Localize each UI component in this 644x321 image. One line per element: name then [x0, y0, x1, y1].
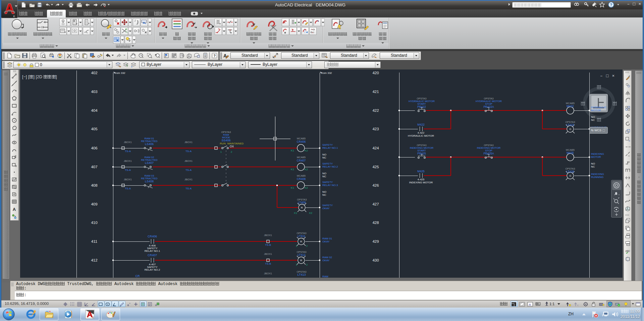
svg-text:ABC: ABC: [626, 250, 630, 252]
svg-text:?: ?: [610, 3, 612, 7]
svg-text:TS-A: TS-A: [125, 187, 131, 190]
svg-text:K2: K2: [305, 168, 308, 171]
svg-text:K2: K2: [305, 186, 308, 189]
svg-text:M425: M425: [567, 151, 574, 154]
svg-text:RAM 02: RAM 02: [322, 256, 332, 259]
svg-text:425: 425: [372, 165, 379, 169]
svg-text:MOTOR: MOTOR: [591, 109, 601, 112]
svg-text:2: 2: [306, 244, 308, 247]
svg-text:4-422: 4-422: [418, 131, 425, 134]
svg-text:1: 1: [296, 244, 298, 247]
svg-text:410: 410: [91, 221, 97, 225]
svg-text:RUNNING: RUNNING: [591, 176, 603, 179]
svg-text:JBOX1: JBOX1: [264, 253, 272, 256]
svg-text:CR406: CR406: [148, 235, 157, 238]
svg-text:JBOX1: JBOX1: [184, 178, 193, 181]
svg-text:RAM: RAM: [322, 275, 328, 278]
svg-text:RELAY NO.1: RELAY NO.1: [145, 249, 160, 253]
svg-text:CR406: CR406: [297, 140, 306, 143]
svg-text:411: 411: [91, 239, 97, 243]
svg-text:LS407: LS407: [145, 161, 154, 165]
svg-text:TS-A: TS-A: [185, 169, 192, 172]
svg-text:SAFETY: SAFETY: [322, 162, 333, 165]
svg-text:RAM 01: RAM 01: [322, 237, 332, 240]
svg-text:403: 403: [91, 90, 97, 94]
svg-text:JBOX1: JBOX1: [124, 178, 132, 181]
svg-text:407: 407: [91, 165, 97, 169]
svg-text:NO: NO: [591, 116, 595, 119]
svg-text:OX: OX: [230, 145, 234, 148]
svg-text:from 332: from 332: [321, 72, 332, 75]
svg-text:CR407: CR407: [148, 254, 157, 257]
svg-text:LT412: LT412: [298, 253, 306, 257]
svg-text:LT423: LT423: [566, 123, 574, 127]
svg-text:428: 428: [372, 221, 379, 225]
svg-text:422: 422: [372, 108, 379, 112]
svg-text:LT409: LT409: [298, 201, 306, 204]
svg-text:MCAB5: MCAB5: [297, 137, 306, 140]
svg-text:PB425: PB425: [417, 152, 426, 155]
svg-text:NC: NC: [591, 119, 595, 122]
svg-text:427: 427: [372, 202, 379, 206]
svg-text:PB422A: PB422A: [483, 105, 494, 108]
svg-text:CR: CR: [136, 274, 140, 278]
svg-text:TS-A: TS-A: [185, 187, 192, 190]
svg-text:JBOX1: JBOX1: [124, 141, 132, 144]
svg-text:M422: M422: [417, 123, 425, 126]
svg-text:SAFETY: SAFETY: [322, 143, 333, 146]
svg-text:PB422: PB422: [417, 105, 426, 108]
svg-text:R: R: [300, 240, 302, 243]
svg-text:E: E: [13, 15, 15, 18]
svg-text:429: 429: [372, 239, 379, 243]
svg-text:SS406: SS406: [221, 139, 230, 142]
svg-text:TS-A: TS-A: [125, 169, 131, 172]
svg-text:JBOX1: JBOX1: [124, 159, 132, 163]
svg-text:MOTOR: MOTOR: [591, 155, 601, 158]
svg-text:LS406: LS406: [145, 142, 154, 146]
svg-text:M425: M425: [417, 170, 425, 173]
svg-text:K1: K1: [291, 149, 294, 152]
svg-text:1: 1: [296, 263, 298, 266]
svg-text:PB425A: PB425A: [483, 152, 494, 155]
svg-text:2: 2: [306, 263, 308, 266]
svg-text:SAFETY: SAFETY: [322, 204, 333, 207]
svg-text:A: A: [13, 207, 16, 212]
svg-text:K2: K2: [305, 149, 308, 152]
svg-text:424: 424: [372, 146, 379, 150]
svg-text:K1: K1: [291, 186, 294, 189]
svg-text:406: 406: [91, 146, 97, 150]
svg-text:420: 420: [372, 71, 379, 75]
svg-text:G: G: [569, 128, 571, 131]
svg-text:M422: M422: [567, 104, 574, 108]
svg-text:430: 430: [372, 258, 379, 262]
svg-text:SAFETY: SAFETY: [322, 181, 333, 184]
svg-text:JBOX1: JBOX1: [264, 272, 272, 275]
svg-text:G: G: [569, 174, 571, 177]
svg-text:JBOX1: JBOX1: [184, 141, 193, 144]
svg-text:X2: X2: [309, 212, 312, 215]
svg-text:NO: NO: [322, 153, 326, 156]
svg-text:TS-A: TS-A: [185, 150, 192, 153]
svg-text:INDEXING MOTOR: INDEXING MOTOR: [409, 181, 433, 184]
svg-text:NO: NO: [322, 172, 326, 175]
svg-text:NC: NC: [591, 165, 595, 168]
svg-text:LT426: LT426: [566, 170, 574, 173]
svg-text:405: 405: [91, 127, 97, 131]
svg-text:CR407: CR407: [297, 159, 306, 162]
svg-text:4-425: 4-425: [418, 178, 425, 181]
svg-text:NO: NO: [322, 190, 326, 193]
svg-text:404: 404: [91, 108, 98, 112]
svg-text:LT411: LT411: [298, 234, 306, 238]
svg-text:+: +: [129, 302, 130, 305]
svg-text:RELAY NO.1: RELAY NO.1: [322, 146, 338, 149]
svg-text:OKAY: OKAY: [322, 207, 330, 210]
svg-text:MCAB5: MCAB5: [297, 156, 306, 159]
svg-text:OKAY: OKAY: [322, 240, 330, 243]
svg-text:RUN: RUN: [220, 142, 226, 145]
svg-text:RELAY NO.2: RELAY NO.2: [145, 268, 160, 271]
svg-text:JBOX1: JBOX1: [264, 234, 272, 237]
svg-text:423: 423: [372, 127, 379, 131]
svg-text:R: R: [301, 206, 303, 209]
svg-text:409: 409: [91, 202, 97, 206]
svg-text:from 332: from 332: [115, 72, 125, 75]
